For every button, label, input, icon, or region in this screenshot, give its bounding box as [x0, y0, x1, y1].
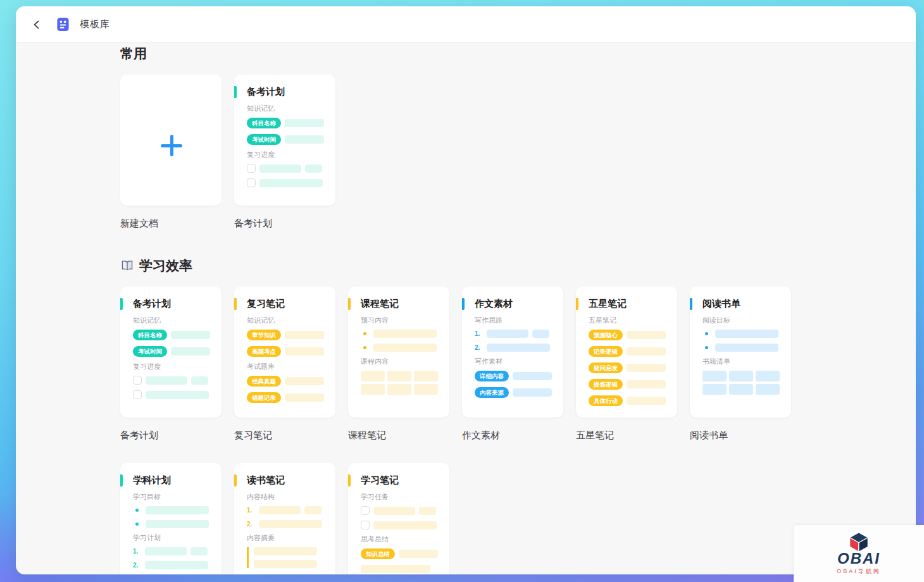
template-card[interactable]: 五星笔记五星笔记预测核心记录逻辑疑问启发提炼逻辑具体行动 [576, 287, 677, 418]
template-card[interactable]: 备考计划知识记忆科目名称考试时间复习进度 [234, 75, 335, 206]
card-section-label: 内容结构 [247, 493, 324, 501]
card-item: 复习笔记知识记忆章节知识高频考点考试题库经典真题错题记录复习笔记 [234, 287, 335, 441]
bullet-row [361, 344, 438, 352]
card-title: 阅读书单 [702, 297, 780, 309]
card-section-label: 复习进度 [133, 362, 210, 371]
template-card[interactable]: 课程笔记预习内容课程内容 [348, 287, 449, 418]
pill-row: 科目名称 [133, 330, 210, 340]
field-pill: 考试时间 [133, 346, 167, 357]
placeholder-bar [373, 330, 437, 338]
placeholder-bar [259, 520, 322, 528]
template-card[interactable]: 复习笔记知识记忆章节知识高频考点考试题库经典真题错题记录 [234, 287, 335, 418]
placeholder-bar [513, 388, 552, 397]
template-card[interactable]: 读书笔记内容结构1.2.内容摘要 [234, 463, 335, 574]
card-section-label: 知识记忆 [247, 316, 324, 325]
checkbox-icon [247, 178, 256, 187]
placeholder-bar [373, 344, 437, 352]
quote-block [247, 547, 324, 568]
template-card[interactable]: 阅读书单阅读目标书籍清单 [690, 287, 791, 418]
accent-bar [348, 474, 351, 486]
list-number: 1. [133, 548, 141, 555]
accent-bar [234, 86, 237, 98]
card-grid: 新建文档备考计划知识记忆科目名称考试时间复习进度备考计划 [120, 75, 804, 229]
page-title: 模板库 [80, 18, 110, 30]
field-pill: 科目名称 [247, 118, 281, 128]
placeholder-bar [146, 520, 209, 528]
bullet-row [133, 506, 210, 514]
accent-bar [462, 298, 465, 310]
field-pill: 详细内容 [475, 371, 509, 381]
new-document-card[interactable] [120, 75, 222, 206]
placeholder-bar [285, 393, 324, 402]
grid-cell [702, 371, 727, 381]
back-button[interactable] [27, 15, 46, 34]
placeholder-bar [254, 547, 317, 555]
placeholder-bar [146, 376, 187, 385]
grid-cell [361, 384, 385, 395]
placeholder-bar [419, 507, 436, 515]
placeholder-grid [702, 371, 780, 395]
placeholder-bar [532, 330, 549, 338]
cube-logo-icon [848, 532, 870, 552]
bullet-row [702, 330, 780, 338]
bullet-dot-icon [363, 332, 366, 335]
pill-row: 高频考点 [247, 346, 324, 357]
placeholder-bar [373, 507, 415, 515]
desktop-background: 模板库 常用新建文档备考计划知识记忆科目名称考试时间复习进度备考计划学习效率备考… [0, 0, 924, 582]
placeholder-bar [373, 521, 437, 529]
card-section-label: 书籍清单 [702, 357, 780, 366]
plus-icon [161, 135, 182, 156]
field-pill: 科目名称 [133, 330, 167, 340]
template-card[interactable]: 备考计划知识记忆科目名称考试时间复习进度 [120, 287, 222, 418]
card-grid: 备考计划知识记忆科目名称考试时间复习进度备考计划复习笔记知识记忆章节知识高频考点… [120, 287, 804, 574]
card-item: 课程笔记预习内容课程内容课程笔记 [348, 287, 449, 441]
bullet-dot-icon [135, 523, 139, 526]
pill-row: 疑问启发 [589, 362, 666, 373]
bullet-dot-icon [705, 332, 708, 335]
checkbox-icon [361, 521, 370, 529]
template-card[interactable]: 作文素材写作思路1.2.写作素材详细内容内容来源 [462, 287, 563, 418]
card-title: 学科计划 [133, 474, 210, 486]
chevron-left-icon [32, 20, 42, 30]
pill-row: 预测核心 [589, 330, 666, 340]
placeholder-bar [146, 391, 209, 399]
grid-cell [387, 384, 411, 395]
accent-bar [234, 298, 237, 310]
placeholder-bar [190, 547, 208, 555]
grid-cell [414, 384, 438, 395]
checklist-row [361, 506, 438, 515]
template-card[interactable]: 学习笔记学习任务思考总结知识总结 [348, 463, 449, 574]
list-number: 2. [475, 344, 483, 351]
field-pill: 章节知识 [247, 330, 281, 340]
template-gallery: 常用新建文档备考计划知识记忆科目名称考试时间复习进度备考计划学习效率备考计划知识… [16, 43, 916, 574]
placeholder-grid [361, 371, 438, 395]
card-section-label: 预习内容 [361, 316, 438, 325]
section-title: 学习效率 [120, 257, 916, 274]
card-section-label: 知识记忆 [133, 316, 210, 325]
placeholder-bar [145, 561, 208, 569]
list-number: 1. [247, 507, 255, 514]
grid-cell [729, 384, 753, 395]
checkbox-icon [133, 376, 142, 385]
template-card[interactable]: 学科计划学习目标学习计划1.2. [120, 463, 222, 574]
accent-bar [120, 474, 123, 486]
card-item: 学科计划学习目标学习计划1.2. [120, 463, 222, 574]
placeholder-bar [361, 565, 430, 573]
checkbox-icon [133, 390, 142, 399]
book-emoji-icon [120, 259, 134, 273]
card-section-label: 内容摘要 [247, 534, 324, 542]
card-caption: 新建文档 [120, 218, 222, 229]
placeholder-bar [304, 506, 322, 514]
section-title-text: 学习效率 [139, 257, 192, 274]
card-section-label: 写作素材 [475, 357, 552, 366]
numbered-row: 1. [247, 506, 324, 514]
card-section-label: 学习计划 [133, 534, 210, 542]
field-pill: 错题记录 [247, 392, 281, 403]
placeholder-bar [487, 344, 550, 352]
card-title: 备考计划 [247, 85, 324, 97]
placeholder-bar [627, 397, 666, 405]
bullet-dot-icon [135, 509, 139, 512]
field-pill: 具体行动 [589, 395, 623, 406]
checkbox-icon [247, 164, 256, 173]
card-section-label: 知识记忆 [247, 104, 324, 113]
